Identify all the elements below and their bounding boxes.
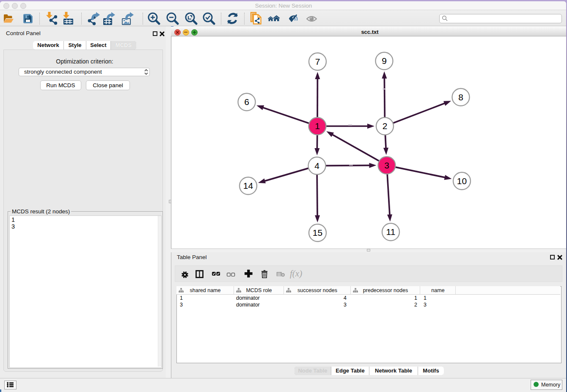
- svg-text:4: 4: [314, 161, 319, 171]
- svg-text:15: 15: [313, 228, 322, 237]
- svg-text:11: 11: [386, 227, 396, 237]
- svg-text:1: 1: [315, 121, 320, 131]
- svg-text:7: 7: [315, 57, 320, 66]
- svg-text:9: 9: [382, 56, 387, 66]
- svg-text:8: 8: [458, 92, 463, 102]
- svg-text:10: 10: [457, 176, 467, 186]
- svg-text:6: 6: [244, 97, 249, 107]
- svg-text:3: 3: [384, 160, 389, 170]
- svg-text:2: 2: [383, 121, 388, 131]
- svg-text:14: 14: [243, 181, 253, 190]
